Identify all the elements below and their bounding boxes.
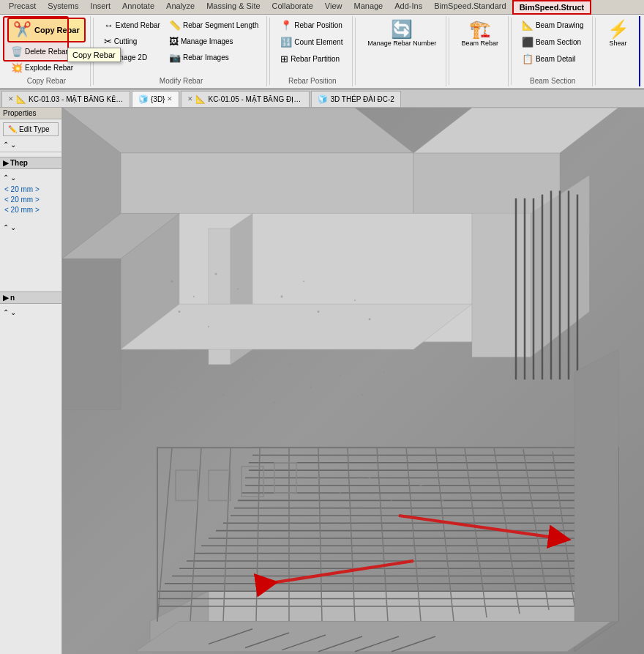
expand-down-icon-3[interactable]: ⌄ bbox=[10, 223, 16, 231]
shear-label: Shear bbox=[609, 40, 626, 47]
beam-section-label: Beam Section bbox=[530, 75, 575, 85]
edit-type-icon: ✏️ bbox=[8, 125, 17, 133]
svg-point-110 bbox=[420, 484, 422, 486]
tab-manage[interactable]: Manage bbox=[348, 0, 389, 14]
tab-bimspeed-standard[interactable]: BimSpeed.Standard bbox=[428, 0, 512, 14]
view-tab-kc0103[interactable]: ✕ 📐 KC-01.03 - MẶT BẰNG KẾT CẦU M... bbox=[1, 91, 130, 107]
thep-expand-icon[interactable]: ▶ bbox=[3, 159, 9, 167]
expand-down-icon-2[interactable]: ⌄ bbox=[10, 174, 16, 182]
collapse-up-icon-3[interactable]: ⌃ bbox=[3, 223, 9, 231]
modify-col-2: 📏 Rebar Segment Length 🖼 Manage Images 📷… bbox=[165, 18, 262, 65]
tab-analyze[interactable]: Analyze bbox=[160, 0, 201, 14]
beam-section-button[interactable]: ⬛ Beam Section bbox=[518, 34, 588, 50]
count-element-button[interactable]: 🔢 Count Element bbox=[277, 34, 348, 50]
rebar-images-icon: 📷 bbox=[169, 52, 181, 63]
svg-point-90 bbox=[281, 295, 283, 297]
svg-point-103 bbox=[340, 375, 341, 376]
svg-point-106 bbox=[318, 477, 320, 479]
tab-close-kc0103[interactable]: ✕ bbox=[8, 95, 14, 103]
rebar-segment-button[interactable]: 📏 Rebar Segment Length bbox=[165, 18, 262, 33]
delete-rebar-label: Delete Rebar bbox=[25, 48, 68, 56]
explode-rebar-icon: 💥 bbox=[11, 62, 23, 73]
rebar-images-button[interactable]: 📷 Rebar Images bbox=[165, 50, 262, 65]
expand-down-icon-4[interactable]: ⌄ bbox=[10, 308, 16, 316]
collapse-up-icon-2[interactable]: ⌃ bbox=[3, 174, 9, 182]
tab-precast[interactable]: Precast bbox=[3, 0, 42, 14]
tab-view[interactable]: View bbox=[319, 0, 348, 14]
beam-rebar-label: Beam Rebar bbox=[461, 40, 498, 47]
divider-4 bbox=[449, 18, 449, 85]
rebar-position-label: Rebar Position bbox=[288, 75, 337, 85]
prop-row-1: < 20 mm > bbox=[1, 185, 60, 194]
rebar-segment-icon: 📏 bbox=[169, 20, 181, 31]
expand-down-icon[interactable]: ⌄ bbox=[10, 141, 16, 149]
collapse-up-icon-4[interactable]: ⌃ bbox=[3, 308, 9, 316]
svg-point-87 bbox=[237, 289, 239, 290]
thep-section-header: ▶ Thep bbox=[0, 157, 61, 169]
n-section-header: ▶ n bbox=[0, 291, 61, 304]
view-tab-kc0105[interactable]: ✕ 📐 KC-01.05 - MẶT BẰNG ĐỊNH VỊ CỐ... bbox=[181, 91, 310, 107]
view-tab-3d-thep[interactable]: 🧊 3D THÉP ĐÀI ĐC-2 bbox=[311, 91, 400, 107]
collapse-up-icon[interactable]: ⌃ bbox=[3, 141, 9, 149]
ribbon-group-beam-section: 📐 Beam Drawing ⬛ Beam Section 📋 Beam Det… bbox=[514, 16, 593, 86]
ribbon-group-beam-rebar: 🏗️ Beam Rebar bbox=[452, 16, 509, 86]
svg-point-108 bbox=[369, 477, 371, 479]
main-area: Properties ✏️ Edit Type ⌃ ⌄ ▶ Thep ⌃ ⌄ <… bbox=[0, 108, 644, 654]
shear-button[interactable]: ⚡ Shear bbox=[602, 18, 634, 50]
tab-addins[interactable]: Add-Ins bbox=[389, 0, 428, 14]
beam-rebar-button[interactable]: 🏗️ Beam Rebar bbox=[456, 18, 503, 50]
prop-row-2: < 20 mm > bbox=[1, 195, 60, 204]
tab-insert[interactable]: Insert bbox=[84, 0, 116, 14]
rebar-position-button[interactable]: 📍 Rebar Position bbox=[277, 18, 348, 33]
tab-collaborate[interactable]: Collaborate bbox=[266, 0, 319, 14]
ribbon: Precast Systems Insert Annotate Analyze … bbox=[0, 0, 644, 90]
svg-point-88 bbox=[179, 311, 181, 313]
svg-point-107 bbox=[340, 492, 341, 494]
delete-rebar-icon: 🗑️ bbox=[11, 46, 23, 57]
manage-rebar-number-button[interactable]: 🔄 Manage Rebar Number bbox=[362, 18, 441, 50]
3d-scene-svg bbox=[62, 108, 644, 654]
extend-rebar-button[interactable]: ↔️ Extend Rebar bbox=[100, 18, 164, 33]
svg-point-111 bbox=[442, 499, 443, 501]
rebar-partition-button[interactable]: ⊞ Rebar Partition bbox=[277, 51, 348, 67]
expand-arrows-2: ⌃ ⌄ bbox=[0, 172, 61, 183]
props-list: < 20 mm > < 20 mm > < 20 mm > bbox=[0, 183, 61, 216]
svg-marker-13 bbox=[472, 213, 531, 357]
expand-arrows-3: ⌃ ⌄ bbox=[0, 222, 61, 233]
ribbon-group-shear: ⚡ Shear bbox=[598, 16, 640, 86]
beam-rebar-icon: 🏗️ bbox=[469, 21, 491, 38]
tab-annotate[interactable]: Annotate bbox=[116, 0, 160, 14]
viewport-3d[interactable] bbox=[62, 108, 644, 654]
ribbon-group-rebar-number: 🔄 Manage Rebar Number bbox=[358, 16, 446, 86]
cutting-button[interactable]: ✂ Cutting bbox=[100, 34, 164, 49]
prop-row-3: < 20 mm > bbox=[1, 205, 60, 215]
tab-close-kc0105[interactable]: ✕ bbox=[187, 95, 193, 103]
view-tab-bar: ✕ 📐 KC-01.03 - MẶT BẰNG KẾT CẦU M... 🧊 {… bbox=[0, 90, 644, 108]
svg-point-92 bbox=[318, 311, 320, 313]
divider-props bbox=[0, 152, 61, 152]
tab-massing[interactable]: Massing & Site bbox=[201, 0, 266, 14]
svg-point-86 bbox=[215, 272, 217, 275]
modify-rebar-items: ↔️ Extend Rebar ✂ Cutting 🖼 Image 2D 📏 bbox=[100, 18, 263, 75]
svg-point-84 bbox=[171, 280, 173, 283]
svg-point-89 bbox=[208, 326, 209, 327]
edit-type-button[interactable]: ✏️ Edit Type bbox=[3, 122, 59, 136]
n-expand-icon[interactable]: ▶ bbox=[3, 294, 9, 302]
tab-systems[interactable]: Systems bbox=[42, 0, 84, 14]
svg-point-96 bbox=[175, 386, 177, 388]
explode-rebar-button[interactable]: 💥 Explode Rebar bbox=[7, 60, 86, 75]
beam-drawing-button[interactable]: 📐 Beam Drawing bbox=[518, 18, 588, 33]
manage-images-button[interactable]: 🖼 Manage Images bbox=[165, 34, 262, 49]
svg-point-98 bbox=[222, 393, 225, 395]
beam-detail-button[interactable]: 📋 Beam Detail bbox=[518, 51, 588, 67]
copy-rebar-button[interactable]: ✂️ Copy Rebar bbox=[7, 18, 86, 42]
svg-marker-1 bbox=[62, 108, 413, 153]
tab-close-3d[interactable]: ✕ bbox=[167, 95, 173, 103]
svg-point-95 bbox=[149, 371, 151, 373]
svg-point-105 bbox=[383, 371, 385, 373]
tab-bimspeed-struct[interactable]: BimSpeed.Struct bbox=[512, 0, 592, 15]
rebar-number-icon: 🔄 bbox=[391, 21, 413, 38]
view-tab-3d[interactable]: 🧊 {3D} ✕ bbox=[132, 91, 179, 107]
properties-header: Properties bbox=[0, 108, 61, 119]
svg-point-93 bbox=[354, 300, 356, 301]
